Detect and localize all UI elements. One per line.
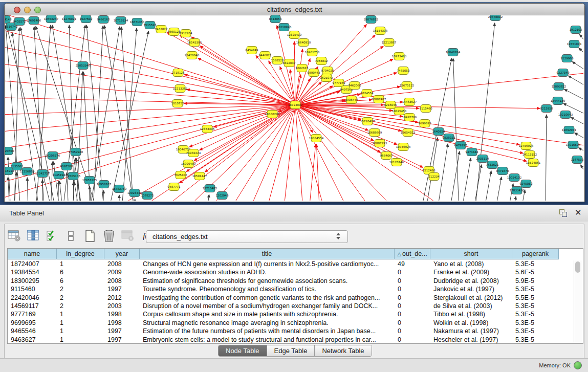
network-node[interactable]: 8454749 [246,47,258,54]
network-node[interactable]: 9129966 [561,55,574,62]
network-node[interactable]: 14982224 [186,149,201,157]
scrollbar-thumb[interactable] [575,261,580,273]
network-node[interactable]: 12353306 [200,125,215,133]
network-node[interactable]: 13710485 [203,185,217,192]
network-node[interactable]: 8322037 [283,59,296,67]
tab-network-table[interactable]: Network Table [315,345,371,356]
network-window-titlebar[interactable]: citations_edges.txt [5,4,584,15]
column-header-title[interactable]: title [140,249,395,259]
network-node[interactable]: 1167533 [571,156,583,164]
table-row[interactable]: 1456911722003Disruption of a novel membe… [8,302,573,310]
network-node[interactable]: 1640954 [432,128,445,136]
network-node[interactable]: 11692971 [562,126,577,134]
select-all-icon[interactable] [45,229,59,243]
column-header-out_de[interactable]: △out_de... [395,249,430,259]
network-node[interactable]: 27691406 [27,17,41,25]
network-node[interactable]: 10719134 [114,17,128,25]
column-header-short[interactable]: short [430,249,512,259]
network-node[interactable]: 11276021 [62,15,77,23]
network-node[interactable]: 10054102 [507,174,521,182]
table-row[interactable]: 977716911998Corpus callosum shape and si… [8,310,573,318]
network-node[interactable]: 1145194 [53,171,66,179]
table-mode-tabs[interactable]: Node TableEdge TableNetwork Table [218,345,372,357]
network-node[interactable]: 8660128 [168,28,181,36]
network-node[interactable]: 10973483 [392,53,407,60]
network-node[interactable]: 7462060 [349,82,361,90]
network-canvas[interactable]: 1294148831674294055722769140610653287112… [5,15,583,201]
network-node[interactable]: 2936448 [345,96,358,104]
network-node[interactable]: 212234 [428,173,440,181]
network-node[interactable]: 12325419 [287,31,302,39]
vertical-scrollbar[interactable] [574,260,582,342]
table-row[interactable]: 946554611997Estimation of the future num… [8,327,573,335]
table-row[interactable]: 946362711997Embryonic stem cells: a mode… [8,336,573,344]
network-node[interactable]: 12505135 [66,172,81,180]
network-node[interactable]: 9097588 [60,163,73,170]
network-node[interactable]: 8413054 [269,15,282,23]
network-node[interactable]: 16640910 [296,39,311,47]
network-node[interactable]: 9487771 [168,183,181,191]
network-node[interactable]: 29876812 [364,16,378,24]
network-node[interactable]: 7463822 [155,26,168,33]
network-node[interactable]: 9684067 [380,152,393,160]
show-column-icon[interactable] [26,229,40,243]
network-node[interactable]: 17359928 [69,148,83,156]
network-node[interactable]: 9474444 [466,148,478,156]
new-table-icon[interactable] [83,229,97,243]
table-row[interactable]: 1872400712008Changes of HCN gene express… [8,260,573,268]
float-panel-icon[interactable] [559,209,568,217]
network-node[interactable]: 14463627 [402,98,417,106]
column-header-in_degree[interactable]: in_degree [57,249,104,259]
network-node[interactable]: 12923448 [127,189,142,197]
table-selector-dropdown[interactable]: citations_edges.txt [146,230,348,243]
network-node[interactable]: 12675115 [400,82,415,90]
network-node[interactable]: 7632621 [486,161,499,169]
table-settings-icon[interactable] [7,229,21,243]
network-node[interactable]: 9405572 [13,18,26,26]
network-node[interactable]: 10025458 [392,107,407,115]
network-node[interactable]: 9115460 [420,105,432,113]
network-node[interactable]: 1621072 [320,74,333,82]
network-node[interactable]: 9794028 [321,67,334,75]
table-row[interactable]: 1830029562008Estimation of significance … [8,277,573,285]
citation-network-graph[interactable]: 1294148831674294055722769140610653287112… [5,15,583,201]
network-node[interactable]: 25053346 [76,62,91,70]
network-node[interactable]: 7955812 [315,57,328,65]
network-node[interactable]: 10756928 [396,143,411,151]
column-header-pagerank[interactable]: pagerank [512,249,559,259]
network-node[interactable]: 12093852 [552,83,566,91]
network-node[interactable]: 8471878 [496,167,509,175]
network-node[interactable]: 19495786 [402,114,417,121]
network-node[interactable]: 12213363 [173,85,188,93]
network-node[interactable]: 9466160 [97,16,110,24]
network-node[interactable]: 9245052 [520,180,533,188]
network-node[interactable]: 16543385 [187,39,202,47]
network-view-window[interactable]: citations_edges.txt 12941488316742940557… [4,3,585,202]
network-node[interactable]: 8215958 [540,105,553,113]
network-node[interactable]: 16154308 [373,27,388,35]
network-node[interactable]: 2520650 [5,147,14,155]
network-node[interactable]: 16099489 [181,160,196,168]
network-node[interactable]: 10807487 [372,96,386,103]
network-node[interactable]: 16048284 [446,49,461,56]
network-node[interactable]: 12213887 [382,39,397,47]
network-node[interactable]: 16958107 [97,181,112,188]
network-node[interactable]: 1294148 [5,16,12,24]
network-node[interactable]: 9838923 [443,134,455,142]
delete-table-icon[interactable] [102,229,116,243]
network-node[interactable]: 10210643 [558,111,573,119]
network-node[interactable]: 14115152 [522,151,537,159]
column-header-year[interactable]: year [104,249,140,259]
network-node[interactable]: 15218996 [277,24,292,31]
close-panel-icon[interactable]: ✕ [575,209,582,217]
column-header-name[interactable]: name [8,249,57,259]
table-row[interactable]: 2242004622012Investigating the contribut… [8,294,573,302]
table-row[interactable]: 969969511998Structural magnetic resonanc… [8,319,573,327]
network-node[interactable]: 1078275 [141,192,154,200]
network-node[interactable]: 6479197 [454,142,467,149]
network-node[interactable]: 10591447 [192,172,207,180]
network-node[interactable]: 1662615 [296,64,309,72]
network-node[interactable]: 2718126 [172,69,185,77]
table-row[interactable]: 911546021997Tourette syndrome. Phenomeno… [8,285,573,293]
network-node[interactable]: 17016504 [566,141,581,149]
